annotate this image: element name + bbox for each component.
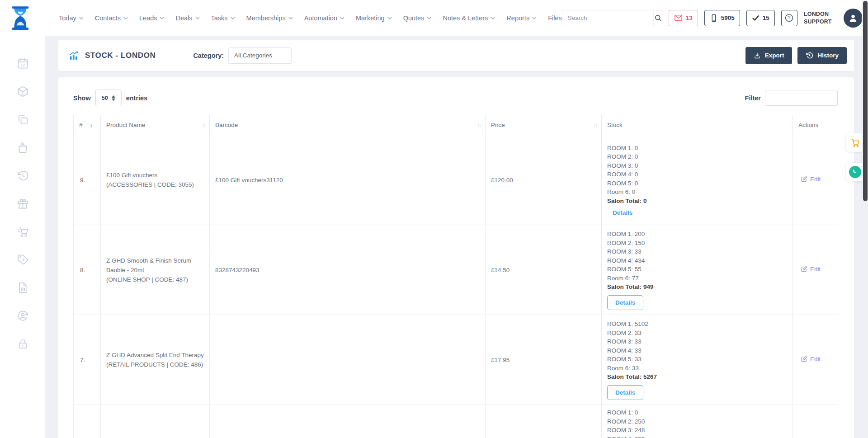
nav-item-files[interactable]: Files: [548, 14, 562, 22]
edit-button[interactable]: Edit: [801, 266, 821, 273]
filter-input[interactable]: [765, 90, 838, 106]
price-cell: £14.50: [486, 225, 602, 315]
user-sync-icon[interactable]: [17, 310, 29, 322]
chevron-down-icon: [79, 17, 84, 19]
copy-icon[interactable]: [17, 113, 29, 126]
messages-count: 13: [686, 14, 693, 21]
table-row: 9. £100 Gift vouchers(ACCESSORIES | CODE…: [74, 135, 838, 225]
edit-pencil-icon: [801, 356, 807, 363]
nav-item-quotes[interactable]: Quotes: [403, 14, 432, 22]
history-icon[interactable]: [17, 170, 29, 182]
question-circle-icon: ?: [784, 13, 794, 23]
header-buttons: Export History: [745, 47, 847, 64]
nav-item-leads[interactable]: Leads: [139, 14, 165, 22]
barcode-cell: £100 Gift vouchers31120: [210, 135, 486, 225]
phone-call-icon: [849, 166, 861, 178]
product-name-cell: £100 Gift vouchers(ACCESSORIES | CODE: 3…: [101, 135, 210, 225]
show-label: Show: [73, 94, 91, 102]
filter-label: Filter: [745, 94, 761, 102]
chevron-down-icon: [491, 17, 495, 19]
phone-count: 5905: [721, 14, 735, 21]
edit-pencil-icon: [801, 176, 807, 183]
nav-item-memberships[interactable]: Memberships: [246, 14, 293, 22]
top-navbar: Today Contacts Leads Deals Tasks Members…: [0, 0, 868, 36]
edit-button[interactable]: Edit: [801, 356, 821, 363]
header-actions: Actions: [793, 115, 838, 135]
avatar[interactable]: [844, 9, 863, 28]
download-icon: [754, 52, 761, 59]
stock-cell: ROOM 1: 5102 ROOM 2: 33 ROOM 3: 33 ROOM …: [602, 315, 793, 405]
actions-cell: Edit: [793, 225, 838, 315]
calendar-icon[interactable]: 12: [17, 57, 29, 70]
phone-badge[interactable]: 5905: [704, 10, 740, 26]
search-button[interactable]: [653, 10, 662, 26]
package-icon[interactable]: [17, 85, 29, 98]
table-header-row: #↑↓ Product Name↑↓ Barcode↑↓ Price↑↓ Sto…: [74, 115, 838, 135]
page-size-select[interactable]: 50: [95, 89, 122, 106]
product-name-cell: [101, 405, 210, 438]
header-price[interactable]: Price↑↓: [486, 115, 602, 135]
sort-icon: ↑↓: [477, 122, 481, 128]
sidebar: 12 $: [0, 36, 45, 438]
barcode-cell: [210, 405, 486, 438]
header-product-name[interactable]: Product Name↑↓: [101, 115, 210, 135]
header-number[interactable]: #↑↓: [74, 115, 101, 135]
svg-text:$: $: [21, 257, 26, 262]
category-select[interactable]: All Categories: [228, 47, 292, 64]
header-barcode[interactable]: Barcode↑↓: [210, 115, 486, 135]
messages-badge[interactable]: 13: [669, 10, 698, 26]
cart-icon[interactable]: [17, 226, 29, 238]
edit-button[interactable]: Edit: [801, 176, 821, 183]
details-button[interactable]: Details: [607, 295, 643, 310]
nav-item-deals[interactable]: Deals: [175, 14, 199, 22]
entries-label: entries: [126, 94, 148, 102]
nav-item-tasks[interactable]: Tasks: [211, 14, 235, 22]
nav-item-notes-letters[interactable]: Notes & Letters: [443, 14, 495, 22]
page-header-card: STOCK - LONDON Category: All Categories …: [58, 40, 854, 71]
spinner-arrows-icon: [112, 95, 115, 101]
account-name: LONDON SUPPORT: [804, 10, 837, 25]
details-link[interactable]: Details: [613, 209, 632, 216]
price-cell: £17.95: [486, 315, 602, 405]
chevron-down-icon: [288, 17, 293, 19]
details-button[interactable]: Details: [607, 385, 643, 400]
report-icon[interactable]: [17, 282, 29, 294]
smartphone-icon: [710, 14, 718, 22]
sort-icon: ↑↓: [89, 122, 92, 128]
nav-item-marketing[interactable]: Marketing: [356, 14, 392, 22]
scrollbar-thumb[interactable]: [863, 1, 868, 201]
salon-total: Salon Total: 5267: [607, 372, 788, 381]
nav-item-reports[interactable]: Reports: [506, 14, 537, 22]
sort-icon: ↑↓: [594, 122, 597, 128]
price-cell: [486, 405, 602, 438]
help-button[interactable]: ?: [781, 10, 797, 26]
nav-item-today[interactable]: Today: [59, 14, 84, 22]
price-cell: £120.00: [486, 135, 602, 225]
gift-icon[interactable]: [17, 198, 29, 210]
chevron-down-icon: [340, 17, 344, 19]
history-button[interactable]: History: [797, 47, 847, 64]
chevron-down-icon: [427, 17, 431, 19]
row-number: 9.: [74, 135, 101, 225]
lock-icon[interactable]: [17, 338, 29, 350]
actions-cell: [793, 405, 838, 438]
stock-cell: ROOM 1: 0 ROOM 2: 250 ROOM 3: 248 ROOM 4…: [602, 405, 793, 438]
actions-cell: Edit: [793, 135, 838, 225]
tasks-badge[interactable]: 15: [746, 10, 775, 26]
product-name-cell: Z GHD Advanced Split End Therapy(RETAIL …: [101, 315, 210, 405]
app-logo-icon[interactable]: [10, 6, 31, 30]
nav-item-automation[interactable]: Automation: [304, 14, 344, 22]
search-input[interactable]: [562, 10, 653, 26]
category-label: Category:: [193, 52, 224, 59]
envelope-icon: [674, 14, 683, 22]
row-number: 7.: [74, 315, 101, 405]
export-button[interactable]: Export: [745, 47, 793, 64]
table-row: ROOM 1: 0 ROOM 2: 250 ROOM 3: 248 ROOM 4…: [74, 405, 838, 438]
nav-item-contacts[interactable]: Contacts: [95, 14, 128, 22]
product-name-cell: Z GHD Smooth & Finish Serum Bauble - 20m…: [101, 225, 210, 315]
price-tag-icon[interactable]: $: [17, 254, 29, 266]
stock-cell: ROOM 1: 200 ROOM 2: 150 ROOM 3: 33 ROOM …: [602, 225, 793, 315]
stock-table: #↑↓ Product Name↑↓ Barcode↑↓ Price↑↓ Sto…: [73, 115, 838, 438]
bag-receive-icon[interactable]: [17, 141, 29, 154]
filter-control: Filter: [745, 90, 838, 106]
